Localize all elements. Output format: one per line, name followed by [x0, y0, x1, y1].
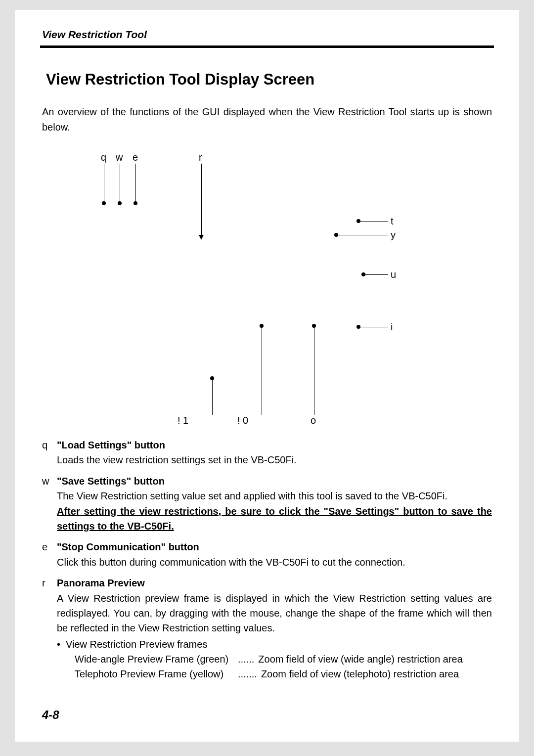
callout-c0-label: ! 0: [237, 415, 248, 426]
callout-t-line: [358, 221, 388, 222]
running-header: View Restriction Tool: [42, 29, 492, 41]
dot-icon: [334, 233, 338, 237]
callout-y-label: y: [391, 229, 396, 241]
callout-t-label: t: [391, 216, 394, 227]
def-title: Panorama Preview: [57, 578, 145, 588]
def-body: "Load Settings" button Loads the view re…: [57, 438, 492, 468]
frame-name: Wide-angle Preview Frame (green): [75, 652, 238, 667]
def-key: e: [42, 539, 57, 570]
dot-icon: [102, 201, 106, 205]
callout-q-label: q: [101, 152, 106, 163]
def-emphasis: After setting the view restrictions, be …: [57, 506, 492, 532]
callout-i-label: i: [391, 321, 393, 333]
def-text: The View Restriction setting value set a…: [57, 490, 447, 501]
def-key: w: [42, 474, 57, 534]
dot-icon: [356, 219, 360, 223]
sub-bullet: • View Restriction Preview frames: [57, 637, 492, 652]
callout-q-line: [104, 164, 104, 203]
callout-o-label: o: [311, 415, 316, 426]
def-text: Click this button during communication w…: [57, 557, 405, 568]
dot-icon: [361, 272, 365, 276]
callout-e-label: e: [133, 152, 138, 163]
callout-e-line: [135, 164, 136, 203]
frame-desc: Zoom field of view (telephoto) restricti…: [261, 667, 459, 681]
dot-icon: [118, 201, 122, 205]
def-item-q: q "Load Settings" button Loads the view …: [42, 438, 492, 468]
section-heading: View Restriction Tool Display Screen: [46, 71, 492, 89]
frame-line-2: Telephoto Preview Frame (yellow) .......…: [75, 667, 492, 681]
def-body: "Save Settings" button The View Restrict…: [57, 474, 492, 534]
def-text: Loads the view restriction settings set …: [57, 454, 297, 465]
dots-icon: ......: [238, 652, 254, 667]
callout-w-label: w: [116, 152, 123, 163]
frame-name: Telephoto Preview Frame (yellow): [75, 667, 238, 681]
def-key: q: [42, 438, 57, 468]
def-key: r: [42, 576, 57, 682]
callout-y-line: [336, 235, 388, 235]
callout-r-label: r: [199, 152, 202, 163]
callout-u-label: u: [391, 269, 396, 280]
callout-u-line: [363, 274, 388, 275]
def-title: "Stop Communication" button: [57, 541, 199, 552]
callout-w-line: [120, 164, 120, 203]
callout-c0-line: [262, 326, 262, 415]
def-item-r: r Panorama Preview A View Restriction pr…: [42, 576, 492, 682]
def-title: "Save Settings" button: [57, 476, 165, 487]
bullet-icon: •: [57, 637, 66, 652]
header-rule: [40, 45, 494, 48]
def-body: Panorama Preview A View Restriction prev…: [57, 576, 492, 682]
arrow-down-icon: [199, 235, 204, 240]
def-text: A View Restriction preview frame is disp…: [57, 593, 492, 634]
callout-diagram: q w e r t y u i ! 1 ! 0: [42, 152, 492, 429]
page-number: 4-8: [42, 708, 59, 722]
callout-o-line: [314, 326, 314, 415]
sub-bullet-title: View Restriction Preview frames: [66, 637, 207, 652]
def-item-w: w "Save Settings" button The View Restri…: [42, 474, 492, 534]
def-title: "Load Settings" button: [57, 440, 165, 450]
dot-icon: [134, 201, 137, 205]
dot-icon: [356, 325, 360, 329]
def-body: "Stop Communication" button Click this b…: [57, 539, 492, 570]
document-page: View Restriction Tool View Restriction T…: [15, 10, 519, 742]
frame-line-1: Wide-angle Preview Frame (green) ...... …: [75, 652, 492, 667]
intro-paragraph: An overview of the functions of the GUI …: [42, 104, 492, 135]
definition-list: q "Load Settings" button Loads the view …: [42, 438, 492, 682]
callout-c1-label: ! 1: [178, 415, 188, 426]
frame-desc: Zoom field of view (wide angle) restrict…: [258, 652, 463, 667]
callout-r-line: [201, 164, 202, 236]
dots-icon: .......: [238, 667, 257, 681]
callout-c1-line: [212, 378, 213, 415]
callout-i-line: [358, 327, 388, 327]
def-item-e: e "Stop Communication" button Click this…: [42, 539, 492, 570]
